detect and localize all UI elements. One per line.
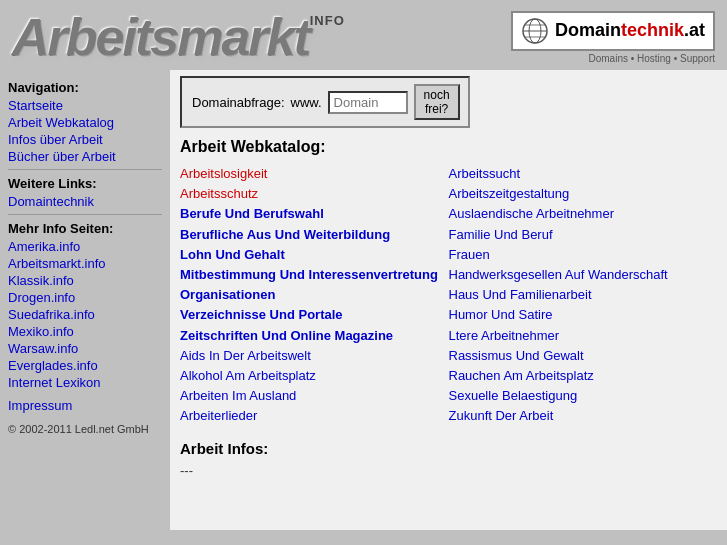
catalog-link-ltere[interactable]: Ltere Arbeitnehmer bbox=[449, 326, 718, 346]
nav-section-title: Navigation: bbox=[8, 80, 162, 95]
copyright-text: © 2002-2011 Ledl.net GmbH bbox=[8, 422, 162, 437]
catalog-link-handwerksgesellen[interactable]: Handwerksgesellen Auf Wanderschaft bbox=[449, 265, 718, 285]
sidebar-item-klassik[interactable]: Klassik.info bbox=[8, 272, 162, 289]
info-content: --- bbox=[180, 463, 717, 478]
sidebar-divider-1 bbox=[8, 169, 162, 170]
main-layout: Navigation: Startseite Arbeit Webkatalog… bbox=[0, 70, 727, 530]
sidebar-item-amerika[interactable]: Amerika.info bbox=[8, 238, 162, 255]
info-section-title: Mehr Info Seiten: bbox=[8, 221, 162, 236]
catalog-link-arbeitsschutz[interactable]: Arbeitsschutz bbox=[180, 184, 449, 204]
sidebar-item-startseite[interactable]: Startseite bbox=[8, 97, 162, 114]
catalog-link-frauen[interactable]: Frauen bbox=[449, 245, 718, 265]
site-logo: Arbeitsmarkt INFO bbox=[12, 11, 309, 63]
catalog-link-zukunft[interactable]: Zukunft Der Arbeit bbox=[449, 406, 718, 426]
catalog-link-rauchen[interactable]: Rauchen Am Arbeitsplatz bbox=[449, 366, 718, 386]
info-section-heading: Arbeit Infos: bbox=[180, 440, 717, 457]
catalog-link-verzeichnisse[interactable]: Verzeichnisse Und Portale bbox=[180, 305, 449, 325]
domain-query-label: Domainabfrage: bbox=[192, 95, 285, 110]
sidebar-item-arbeitsmarkt[interactable]: Arbeitsmarkt.info bbox=[8, 255, 162, 272]
sidebar-item-infos[interactable]: Infos über Arbeit bbox=[8, 131, 162, 148]
www-text: www. bbox=[291, 95, 322, 110]
content-area: Domainabfrage: www. noch frei? Arbeit We… bbox=[170, 70, 727, 530]
sidebar-divider-2 bbox=[8, 214, 162, 215]
catalog-link-aids[interactable]: Aids In Der Arbeitswelt bbox=[180, 346, 449, 366]
catalog-section-title: Arbeit Webkatalog: bbox=[180, 138, 717, 156]
domain-logo-box: Domaintechnik.at bbox=[511, 11, 715, 51]
catalog-link-arbeitssucht[interactable]: Arbeitssucht bbox=[449, 164, 718, 184]
catalog-link-berufe[interactable]: Berufe Und Berufswahl bbox=[180, 204, 449, 224]
domain-logo-sub: Domains • Hosting • Support bbox=[588, 53, 715, 64]
sidebar-item-buecher[interactable]: Bücher über Arbeit bbox=[8, 148, 162, 165]
sidebar-item-mexiko[interactable]: Mexiko.info bbox=[8, 323, 162, 340]
domain-query-bar: Domainabfrage: www. noch frei? bbox=[180, 76, 470, 128]
catalog-link-zeitschriften[interactable]: Zeitschriften Und Online Magazine bbox=[180, 326, 449, 346]
catalog-link-arbeitszeitgestaltung[interactable]: Arbeitszeitgestaltung bbox=[449, 184, 718, 204]
sidebar-item-domaintechnik[interactable]: Domaintechnik bbox=[8, 193, 162, 210]
catalog-link-organisationen[interactable]: Organisationen bbox=[180, 285, 449, 305]
catalog-link-arbeiterlieder[interactable]: Arbeiterlieder bbox=[180, 406, 449, 426]
catalog-link-mitbestimmung[interactable]: Mitbestimmung Und Interessenvertretung bbox=[180, 265, 449, 285]
catalog-link-sexuelle[interactable]: Sexuelle Belaestigung bbox=[449, 386, 718, 406]
sidebar-item-warsaw[interactable]: Warsaw.info bbox=[8, 340, 162, 357]
catalog-link-arbeitslosigkeit[interactable]: Arbeitslosigkeit bbox=[180, 164, 449, 184]
catalog-link-rassismus[interactable]: Rassismus Und Gewalt bbox=[449, 346, 718, 366]
domain-query-button[interactable]: noch frei? bbox=[414, 84, 460, 120]
catalog-link-berufliche[interactable]: Berufliche Aus Und Weiterbildung bbox=[180, 225, 449, 245]
catalog-link-humor[interactable]: Humor Und Satire bbox=[449, 305, 718, 325]
sidebar-item-suedafrika[interactable]: Suedafrika.info bbox=[8, 306, 162, 323]
header: Arbeitsmarkt INFO Domaintechnik.at Domai… bbox=[0, 0, 727, 70]
catalog-link-lohn[interactable]: Lohn Und Gehalt bbox=[180, 245, 449, 265]
catalog-link-alkohol[interactable]: Alkohol Am Arbeitsplatz bbox=[180, 366, 449, 386]
globe-icon bbox=[521, 17, 549, 45]
catalog-grid: Arbeitslosigkeit Arbeitsschutz Berufe Un… bbox=[180, 164, 717, 426]
sidebar-item-everglades[interactable]: Everglades.info bbox=[8, 357, 162, 374]
domain-logo-container: Domaintechnik.at Domains • Hosting • Sup… bbox=[511, 11, 715, 64]
info-badge: INFO bbox=[308, 13, 347, 28]
sidebar-item-lexikon[interactable]: Internet Lexikon bbox=[8, 374, 162, 391]
domain-query-input[interactable] bbox=[328, 91, 408, 114]
catalog-left-col: Arbeitslosigkeit Arbeitsschutz Berufe Un… bbox=[180, 164, 449, 426]
logo-text: Arbeitsmarkt bbox=[12, 11, 309, 63]
more-section-title: Weitere Links: bbox=[8, 176, 162, 191]
catalog-link-haus[interactable]: Haus Und Familienarbeit bbox=[449, 285, 718, 305]
catalog-link-familie[interactable]: Familie Und Beruf bbox=[449, 225, 718, 245]
catalog-link-auslaendische[interactable]: Auslaendische Arbeitnehmer bbox=[449, 204, 718, 224]
domain-logo-text: Domaintechnik.at bbox=[555, 20, 705, 41]
sidebar-item-impressum[interactable]: Impressum bbox=[8, 397, 162, 414]
catalog-link-ausland[interactable]: Arbeiten Im Ausland bbox=[180, 386, 449, 406]
catalog-right-col: Arbeitssucht Arbeitszeitgestaltung Ausla… bbox=[449, 164, 718, 426]
sidebar-item-drogen[interactable]: Drogen.info bbox=[8, 289, 162, 306]
sidebar-item-webkatalog[interactable]: Arbeit Webkatalog bbox=[8, 114, 162, 131]
sidebar: Navigation: Startseite Arbeit Webkatalog… bbox=[0, 70, 170, 530]
